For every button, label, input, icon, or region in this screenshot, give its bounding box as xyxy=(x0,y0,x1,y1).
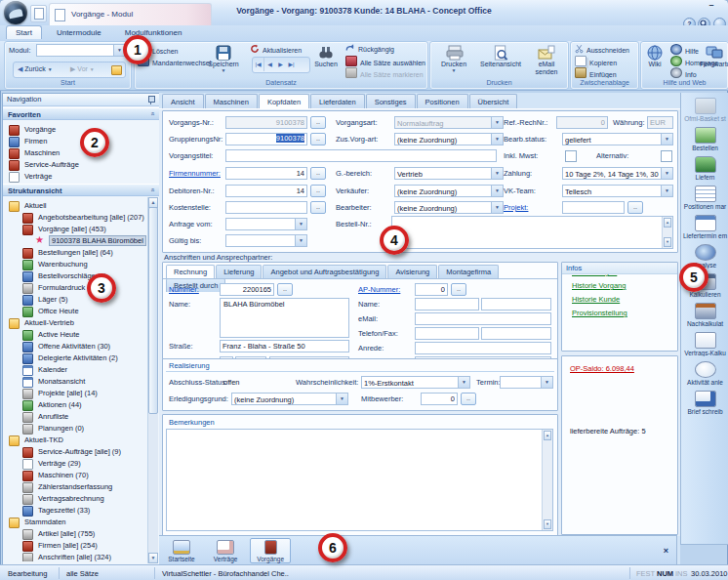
module-tab[interactable]: Kopfdaten xyxy=(259,94,309,108)
tree-item[interactable]: Läger (5) xyxy=(3,294,147,306)
bestellnr-scrollbar[interactable]: ▲▼ xyxy=(662,217,672,248)
sidebar-action-button[interactable]: Liefertermin em xyxy=(681,215,728,239)
module-tab[interactable]: Ansicht xyxy=(162,94,204,108)
vorgangsnr-field[interactable] xyxy=(225,116,307,129)
email-field[interactable] xyxy=(415,312,551,325)
strasse-field[interactable] xyxy=(220,340,349,352)
kostenstelle-lookup-button[interactable]: .. xyxy=(310,201,326,214)
sidebar-action-button[interactable]: Liefern xyxy=(681,156,728,181)
telefon-field[interactable] xyxy=(415,327,479,340)
sidebar-action-button[interactable]: Bestellen xyxy=(681,127,728,151)
projekt-link[interactable]: Projekt: xyxy=(504,203,528,212)
forward-button[interactable]: ▶ Vor ▼ xyxy=(70,63,95,74)
copy-button[interactable]: Kopieren xyxy=(575,56,617,66)
name-textarea[interactable]: BLAHA Büromöbel xyxy=(220,298,349,338)
anfrage-vom-dropdown[interactable]: ▼ xyxy=(225,218,307,230)
tree-item[interactable]: Service-Aufträge [alle] (9) xyxy=(3,446,147,458)
projekt-lookup-button[interactable]: .. xyxy=(627,201,643,214)
projekt-field[interactable] xyxy=(562,201,625,214)
tree-item[interactable]: 9100378 BLAHA Büromöbel xyxy=(3,235,147,247)
module-window-tab[interactable]: Startseite xyxy=(162,538,201,563)
prev-record-button[interactable]: ◀ xyxy=(264,58,275,71)
info-button[interactable]: Info xyxy=(670,67,697,78)
module-tab[interactable]: Übersicht xyxy=(469,94,518,108)
tree-item[interactable]: Artikel [alle] (755) xyxy=(3,528,147,540)
save-button[interactable]: Speichern▼ xyxy=(205,43,242,78)
gruppierungsnr-field[interactable]: 9100378 xyxy=(225,133,307,145)
tree-item[interactable]: Anschriften [alle] (324) xyxy=(3,552,147,561)
tree-item[interactable]: Firmen [alle] (254) xyxy=(3,540,147,552)
bemerkungen-scrollbar[interactable]: ▲▼ xyxy=(542,430,552,530)
tree-item[interactable]: Kalender xyxy=(3,364,147,376)
tree-item[interactable]: Warenbuchung xyxy=(3,259,147,270)
search-button[interactable]: Suchen xyxy=(310,43,342,78)
undo-button[interactable]: Rückgängig xyxy=(345,44,394,55)
vorgangsart-dropdown[interactable]: Normalauftrag▼ xyxy=(394,116,504,129)
first-record-button[interactable]: |◀ xyxy=(253,58,264,71)
erledigungsgrund-dropdown[interactable]: (keine Zuordnung)▼ xyxy=(231,393,348,405)
scroll-down-icon[interactable]: ▼ xyxy=(148,553,158,563)
anrede-field[interactable] xyxy=(415,342,551,354)
mitbewerber-lookup-button[interactable]: .. xyxy=(461,393,476,405)
tree-item[interactable]: Tageszettel (33) xyxy=(3,505,147,517)
verkaeufer-dropdown[interactable]: (keine Zuordnung)▼ xyxy=(394,185,504,197)
tree-item[interactable]: Aktuell xyxy=(3,200,147,212)
tree-item[interactable]: Zählerstandserfassung xyxy=(3,481,147,493)
favorite-item[interactable]: Vorgänge xyxy=(3,124,147,136)
tree-item[interactable]: Verträge (29) xyxy=(3,458,147,470)
module-tab[interactable]: Sonstiges xyxy=(366,94,416,108)
address-tab[interactable]: Lieferung xyxy=(216,265,262,278)
vorgangstitel-field[interactable] xyxy=(225,149,497,162)
mark-all-records-button[interactable]: Alle Sätze markieren xyxy=(345,67,424,78)
sidebar-action-button[interactable]: Vertrags-Kalku xyxy=(681,332,728,356)
address-tab[interactable]: Avisierung xyxy=(387,265,437,278)
sidebar-action-button[interactable]: Aktivität anle xyxy=(681,361,728,386)
tree-scrollbar[interactable]: ▲ ▼ xyxy=(147,197,158,563)
next-record-button[interactable]: ▶ xyxy=(275,58,286,71)
tree-item[interactable]: Bestellvorschläge (3) xyxy=(3,270,147,282)
kostenstelle-field[interactable] xyxy=(225,201,307,214)
module-window-tab[interactable]: Vorgänge xyxy=(250,538,291,563)
print-button[interactable]: Drucken▼ xyxy=(436,43,471,78)
waehrung-field[interactable] xyxy=(647,116,673,129)
tree-item[interactable]: Active Heute xyxy=(3,329,147,341)
tree-item[interactable]: Planungen (0) xyxy=(3,423,147,435)
sidebar-action-button[interactable]: Brief schreib xyxy=(681,391,728,415)
tree-item[interactable]: Maschinen (70) xyxy=(3,470,147,481)
close-icon[interactable]: × xyxy=(664,546,668,556)
tree-item[interactable]: Vertragsabrechnung xyxy=(3,493,147,505)
ap-nummer-lookup-button[interactable]: .. xyxy=(451,283,466,296)
tree-item[interactable]: Projekte [alle] (14) xyxy=(3,388,147,399)
cut-button[interactable]: Ausschneiden xyxy=(575,44,629,55)
tree-item[interactable]: Aktuell-Vertrieb xyxy=(3,317,147,329)
remote-support-button[interactable]: Fernwartung xyxy=(700,43,728,78)
email-send-button[interactable]: eMailsenden xyxy=(530,43,563,78)
info-link[interactable]: Historie Kunde xyxy=(572,295,620,304)
firmennummer-field[interactable] xyxy=(225,167,307,180)
tree-item[interactable]: Anrufliste xyxy=(3,411,147,423)
tree-item[interactable]: Stammdaten xyxy=(3,517,147,528)
tree-item[interactable]: Office Heute xyxy=(3,306,147,317)
vkteam-dropdown[interactable]: Tellesch▼ xyxy=(562,185,673,197)
refresh-button[interactable]: Aktualisieren xyxy=(250,44,302,55)
select-all-records-button[interactable]: Alle Sätze auswählen xyxy=(345,56,425,66)
info-link[interactable]: Provisionsteilung xyxy=(572,309,627,317)
address-tab[interactable]: Montagefirma xyxy=(438,265,499,278)
paste-icon-button[interactable]: Einfügen xyxy=(575,67,617,78)
info-link[interactable]: Historie Vorgang xyxy=(572,281,626,290)
address-tab[interactable]: Rechnung xyxy=(166,265,215,278)
tree-item[interactable]: Bestellungen [alle] (64) xyxy=(3,247,147,259)
termin-dropdown[interactable]: ▼ xyxy=(500,376,553,389)
modul-dropdown[interactable]: ▼ xyxy=(36,44,126,57)
module-tab[interactable]: Maschinen xyxy=(205,94,258,108)
ribbon-tab[interactable]: Start xyxy=(6,25,42,39)
alternativ-checkbox[interactable] xyxy=(661,150,672,162)
module-tab[interactable]: Lieferdaten xyxy=(310,94,365,108)
module-window-tab[interactable]: Verträge xyxy=(206,538,245,563)
sidebar-action-button[interactable]: Nachkalkulat xyxy=(681,303,728,327)
nummer-lookup-button[interactable]: .. xyxy=(277,283,293,296)
refrechnr-field[interactable] xyxy=(556,116,608,129)
ap-nummer-link[interactable]: AP-Nummer: xyxy=(358,285,400,294)
ap-name-field-1[interactable] xyxy=(415,298,479,311)
bearbstatus-dropdown[interactable]: geliefert▼ xyxy=(562,133,673,145)
